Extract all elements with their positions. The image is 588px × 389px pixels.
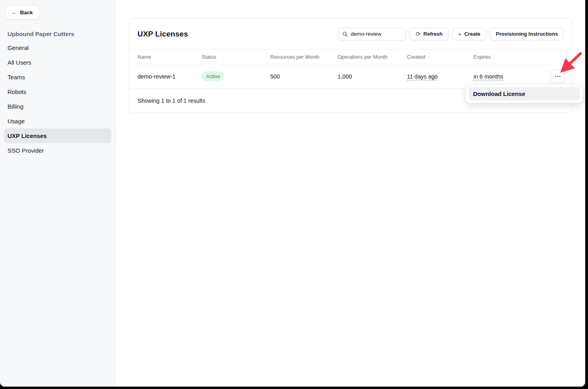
refresh-button[interactable]: ⟳ Refresh: [410, 28, 449, 40]
plus-icon: +: [458, 31, 462, 37]
org-title: Upbound Paper Cutters: [8, 31, 108, 37]
cell-actions: •••: [551, 69, 565, 83]
sidebar-item-billing[interactable]: Billing: [4, 99, 111, 114]
sidebar-item-usage[interactable]: Usage: [4, 114, 111, 128]
table-header: Name Status Resources per Month Operatio…: [129, 49, 572, 64]
sidebar-nav: General All Users Teams Robots Billing U…: [0, 40, 115, 158]
provisioning-instructions-button[interactable]: Provisioning Instructions: [490, 28, 564, 40]
toolbar: ⟳ Refresh + Create Provisioning Instruct…: [338, 28, 564, 40]
refresh-icon: ⟳: [416, 31, 421, 37]
column-header-status: Status: [202, 54, 270, 60]
sidebar: ← Back Upbound Paper Cutters General All…: [0, 0, 116, 387]
refresh-button-label: Refresh: [424, 31, 443, 37]
column-header-expires: Expires: [473, 54, 551, 60]
create-button[interactable]: + Create: [452, 28, 486, 40]
app-window: ← Back Upbound Paper Cutters General All…: [0, 0, 585, 387]
cell-name: demo-review-1: [137, 73, 202, 80]
create-button-label: Create: [464, 31, 480, 37]
sidebar-item-uxp-licenses[interactable]: UXP Licenses: [4, 128, 111, 143]
menu-item-download-license[interactable]: Download License: [469, 87, 580, 100]
column-header-name: Name: [137, 54, 202, 60]
back-button[interactable]: ← Back: [5, 5, 40, 19]
row-actions-button[interactable]: •••: [551, 69, 565, 83]
status-badge: Active: [202, 71, 224, 81]
expires-relative-time[interactable]: in 6 months: [473, 73, 503, 80]
cell-expires: in 6 months: [473, 73, 551, 80]
search-icon: [342, 31, 348, 37]
back-button-label: Back: [20, 10, 33, 15]
created-relative-time[interactable]: 11 days ago: [407, 73, 438, 80]
sidebar-item-all-users[interactable]: All Users: [4, 55, 111, 70]
search-box[interactable]: [338, 28, 406, 40]
column-header-operations: Operations per Month: [338, 54, 407, 60]
column-header-created: Created: [407, 54, 473, 60]
cell-created: 11 days ago: [407, 73, 473, 80]
page-title: UXP Licenses: [137, 30, 188, 38]
column-header-resources: Resources per Month: [270, 54, 338, 60]
search-input[interactable]: [351, 31, 398, 37]
main-content: UXP Licenses ⟳ Refresh +: [116, 0, 585, 387]
provisioning-instructions-label: Provisioning Instructions: [496, 31, 558, 37]
results-count: Showing 1 to 1 of 1 results: [137, 98, 205, 104]
sidebar-item-robots[interactable]: Robots: [4, 84, 111, 99]
ellipsis-icon: •••: [555, 75, 561, 79]
back-arrow-icon: ←: [11, 10, 17, 15]
cell-operations: 1,000: [338, 73, 407, 80]
sidebar-item-general[interactable]: General: [4, 40, 111, 55]
card-header: UXP Licenses ⟳ Refresh +: [129, 19, 572, 49]
cell-resources: 500: [270, 73, 338, 80]
sidebar-item-teams[interactable]: Teams: [4, 70, 111, 84]
desktop: { "icons": { "back_arrow": "←", "refresh…: [0, 0, 588, 389]
row-actions-menu: Download License: [466, 84, 582, 103]
cell-status: Active: [202, 71, 270, 81]
sidebar-item-sso-provider[interactable]: SSO Provider: [4, 143, 111, 158]
